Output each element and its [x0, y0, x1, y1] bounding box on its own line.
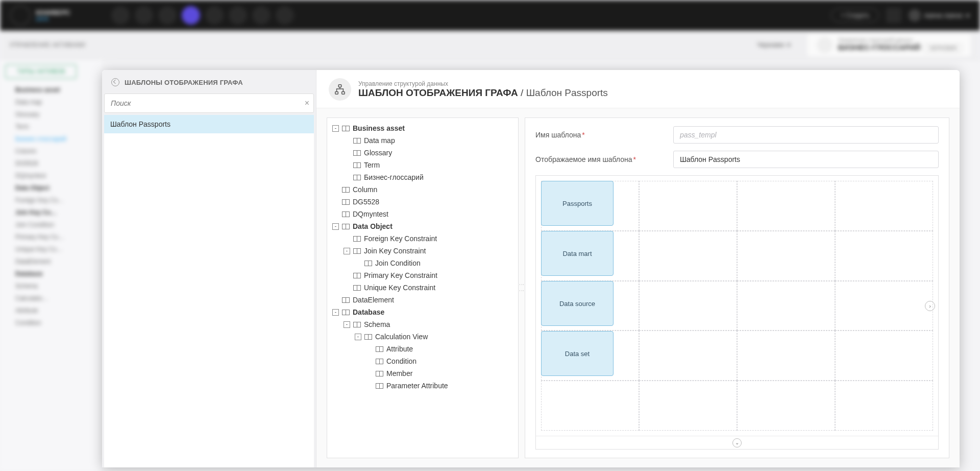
tree-node[interactable]: Foreign Key Constraint	[332, 232, 513, 245]
book-icon	[353, 137, 361, 144]
tree-node[interactable]: Condition	[332, 355, 513, 367]
tree-node[interactable]: Glossary	[332, 147, 513, 159]
breadcrumb-title: ШАБЛОН ОТОБРАЖЕНИЯ ГРАФА / Шаблон Passpo…	[358, 87, 608, 99]
svg-rect-1	[335, 92, 338, 95]
book-icon	[376, 358, 383, 364]
template-display-input[interactable]	[673, 151, 939, 168]
tree-node[interactable]: DataElement	[332, 294, 513, 306]
book-icon	[353, 174, 361, 180]
tree-node[interactable]: -Join Key Constraint	[332, 245, 513, 257]
tree-node[interactable]: Data map	[332, 134, 513, 147]
book-icon	[342, 211, 350, 217]
tree-node[interactable]: -Schema	[332, 318, 513, 331]
template-display-label: Отображаемое имя шаблона*	[535, 155, 663, 163]
book-icon	[342, 309, 350, 315]
svg-rect-2	[342, 92, 345, 95]
grid-tile[interactable]: Passports	[541, 181, 614, 226]
tree-node[interactable]: -Calculation View	[332, 331, 513, 343]
tree-node[interactable]: DQmyntest	[332, 208, 513, 220]
breadcrumb-section: Управление структурой данных	[358, 80, 608, 87]
book-icon	[342, 223, 350, 229]
template-name-input[interactable]	[673, 126, 939, 144]
template-form-panel: Имя шаблона* Отображаемое имя шаблона* P…	[525, 117, 949, 458]
book-icon	[353, 272, 361, 278]
panel-divider[interactable]: ⋮⋮	[519, 117, 525, 458]
layout-grid: PassportsData martData sourceData set › …	[535, 175, 939, 450]
templates-sidebar: ШАБЛОНЫ ОТОБРАЖЕНИЯ ГРАФА × Шаблон Passp…	[102, 70, 316, 467]
templates-search-input[interactable]	[105, 94, 313, 112]
book-icon	[376, 383, 383, 389]
book-icon	[342, 186, 350, 193]
book-icon	[376, 370, 383, 376]
book-icon	[353, 248, 361, 254]
book-icon	[353, 162, 361, 168]
book-icon	[353, 321, 361, 327]
tree-node[interactable]: Join Condition	[332, 257, 513, 269]
grid-tile[interactable]: Data mart	[541, 231, 614, 276]
book-icon	[342, 199, 350, 205]
book-icon	[364, 260, 372, 266]
back-icon[interactable]	[111, 78, 119, 86]
tree-node[interactable]: Бизнес-глоссарий	[332, 171, 513, 183]
book-icon	[376, 346, 383, 352]
template-item[interactable]: Шаблон Passports	[104, 115, 314, 133]
tree-node[interactable]: Member	[332, 367, 513, 380]
grid-expand-down-icon[interactable]: ⌄	[732, 438, 742, 448]
grid-next-icon[interactable]: ›	[925, 301, 935, 311]
tree-node[interactable]: Column	[332, 183, 513, 196]
book-icon	[364, 334, 372, 340]
tree-node[interactable]: -Database	[332, 306, 513, 318]
template-name-label: Имя шаблона*	[535, 131, 663, 139]
tree-node[interactable]: -Business asset	[332, 122, 513, 134]
graph-icon	[329, 78, 351, 101]
graph-template-modal: ШАБЛОНЫ ОТОБРАЖЕНИЯ ГРАФА × Шаблон Passp…	[102, 70, 960, 467]
svg-rect-0	[338, 85, 341, 87]
book-icon	[342, 125, 350, 131]
grid-tile[interactable]: Data set	[541, 331, 614, 376]
modal-header: Управление структурой данных ШАБЛОН ОТОБ…	[316, 70, 960, 108]
clear-search-icon[interactable]: ×	[305, 99, 309, 108]
asset-type-tree[interactable]: -Business assetData mapGlossaryTermБизне…	[327, 117, 519, 458]
grid-tile[interactable]: Data source	[541, 281, 614, 326]
book-icon	[353, 150, 361, 156]
book-icon	[353, 285, 361, 291]
tree-node[interactable]: Parameter Attribute	[332, 380, 513, 392]
tree-node[interactable]: -Data Object	[332, 220, 513, 232]
tree-node[interactable]: Term	[332, 159, 513, 171]
sidebar-title: ШАБЛОНЫ ОТОБРАЖЕНИЯ ГРАФА	[125, 79, 243, 86]
book-icon	[353, 236, 361, 242]
book-icon	[342, 297, 350, 303]
tree-node[interactable]: DG5528	[332, 196, 513, 208]
tree-node[interactable]: Unique Key Constraint	[332, 281, 513, 294]
templates-list: Шаблон Passports	[104, 115, 314, 467]
tree-node[interactable]: Primary Key Constraint	[332, 269, 513, 281]
tree-node[interactable]: Attribute	[332, 343, 513, 355]
